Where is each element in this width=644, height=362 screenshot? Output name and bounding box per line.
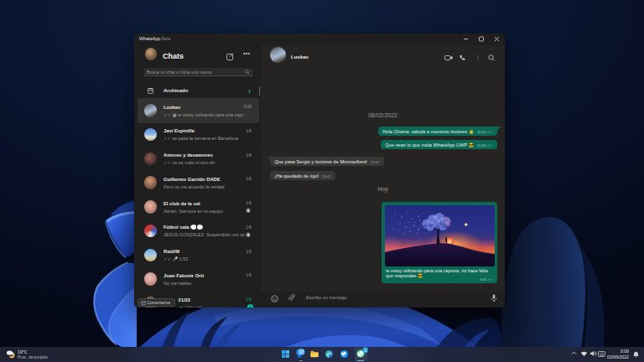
svg-text:17: 17 (299, 350, 304, 354)
svg-text:1: 1 (364, 348, 366, 353)
